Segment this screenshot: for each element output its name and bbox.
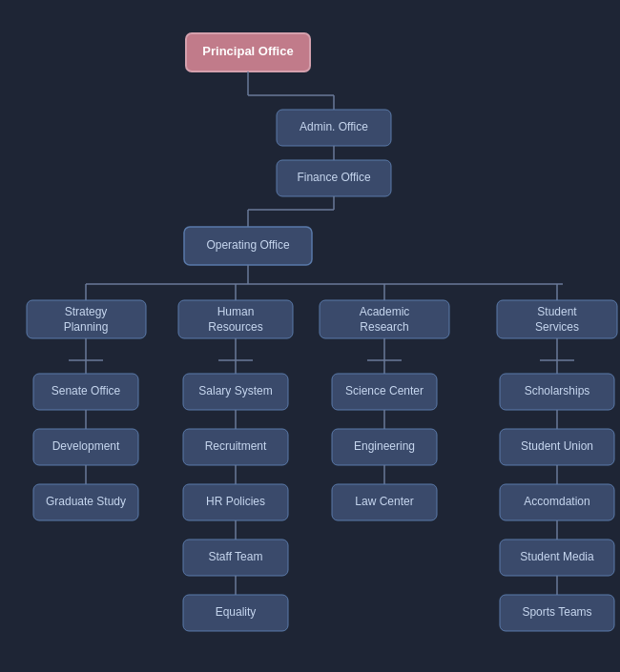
equality-label: Equality xyxy=(216,605,257,619)
strategy-label: Strategy xyxy=(65,305,108,318)
salary-label: Salary System xyxy=(198,384,272,397)
student-media-label: Student Media xyxy=(520,550,594,563)
admin-label: Admin. Office xyxy=(300,120,368,133)
chart-svg: .lbl { font-family: Arial, sans-serif; f… xyxy=(10,19,620,672)
staff-label: Staff Team xyxy=(209,550,263,563)
student-services-label1: Student xyxy=(537,305,577,318)
hr-label1: Human xyxy=(217,305,255,318)
student-union-label: Student Union xyxy=(521,439,593,453)
recruitment-label: Recruitment xyxy=(205,439,267,453)
graduate-label: Graduate Study xyxy=(46,495,126,508)
development-label: Development xyxy=(52,439,120,453)
operating-label: Operating Office xyxy=(206,238,289,252)
academic-label1: Academic xyxy=(360,305,410,318)
scholarships-label: Scholarships xyxy=(525,384,590,397)
accomodation-label: Accomdation xyxy=(524,495,589,508)
student-services-label2: Services xyxy=(535,320,579,334)
org-chart: .lbl { font-family: Arial, sans-serif; f… xyxy=(0,0,620,672)
academic-label2: Research xyxy=(360,320,408,334)
hr-policies-label: HR Policies xyxy=(206,495,265,508)
principal-label: Principal Office xyxy=(202,44,293,58)
science-label: Science Center xyxy=(345,384,424,397)
finance-label: Finance Office xyxy=(297,171,370,184)
strategy-label2: Planning xyxy=(64,320,109,334)
sports-label: Sports Teams xyxy=(522,605,591,619)
engineering-label: Engineering xyxy=(354,439,415,453)
hr-label2: Resources xyxy=(208,320,262,334)
law-label: Law Center xyxy=(355,495,413,508)
senate-label: Senate Office xyxy=(52,384,121,397)
